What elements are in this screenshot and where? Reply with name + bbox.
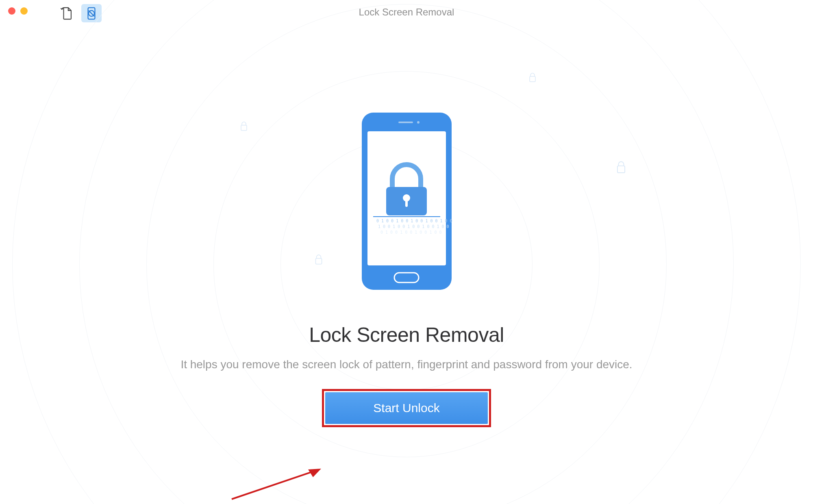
start-unlock-button-label: Start Unlock — [373, 401, 439, 415]
unlock-phone-icon — [85, 7, 98, 20]
window-title: Lock Screen Removal — [359, 7, 454, 18]
titlebar: Lock Screen Removal — [0, 0, 813, 24]
page-description: It helps you remove the screen lock of p… — [180, 358, 632, 371]
svg-text:0 1 0 0 1 0 0 1 0 0 1 0 0 1 0 : 0 1 0 0 1 0 0 1 0 0 1 0 0 1 0 0 — [376, 219, 452, 223]
page-heading: Lock Screen Removal — [309, 323, 504, 347]
restore-tab[interactable] — [57, 4, 77, 22]
unlock-tab[interactable] — [81, 4, 102, 22]
main-content: 0 1 0 0 1 0 0 1 0 0 1 0 0 1 0 0 1 0 0 1 … — [0, 24, 813, 504]
restore-document-icon — [60, 7, 74, 20]
svg-line-18 — [232, 471, 313, 499]
svg-rect-13 — [405, 200, 408, 207]
svg-text:1 0 0 1 0 0 1 0 0 1 0 0 1 0 0: 1 0 0 1 0 0 1 0 0 1 0 0 1 0 0 — [378, 224, 449, 229]
svg-rect-4 — [617, 166, 625, 173]
start-unlock-button[interactable]: Start Unlock — [325, 392, 488, 424]
svg-text:0 1 0 0 1 0 0 1 0 0 1 0 0: 0 1 0 0 1 0 0 1 0 0 1 0 0 — [380, 230, 442, 235]
window-close-button[interactable] — [8, 7, 15, 15]
phone-illustration: 0 1 0 0 1 0 0 1 0 0 1 0 0 1 0 0 1 0 0 1 … — [361, 112, 452, 291]
decorative-lock-icon — [616, 161, 626, 176]
window-minimize-button[interactable] — [20, 7, 28, 15]
annotation-arrow — [228, 467, 325, 503]
svg-point-9 — [417, 121, 420, 124]
svg-rect-8 — [398, 122, 413, 123]
